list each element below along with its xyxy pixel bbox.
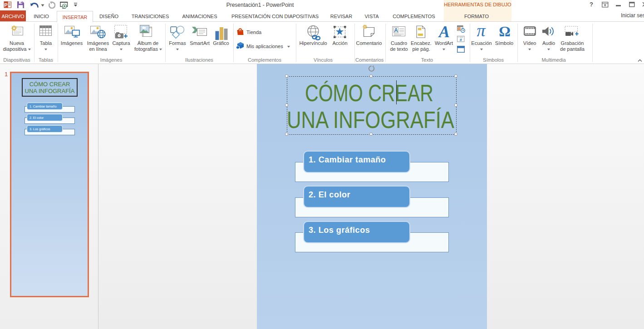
svg-text:#: # [460,37,462,42]
svg-text:Ω: Ω [499,25,511,39]
svg-text:A: A [438,25,450,39]
svg-text:π: π [477,25,486,39]
svg-text:A: A [394,27,398,34]
svg-text:P: P [4,2,7,8]
